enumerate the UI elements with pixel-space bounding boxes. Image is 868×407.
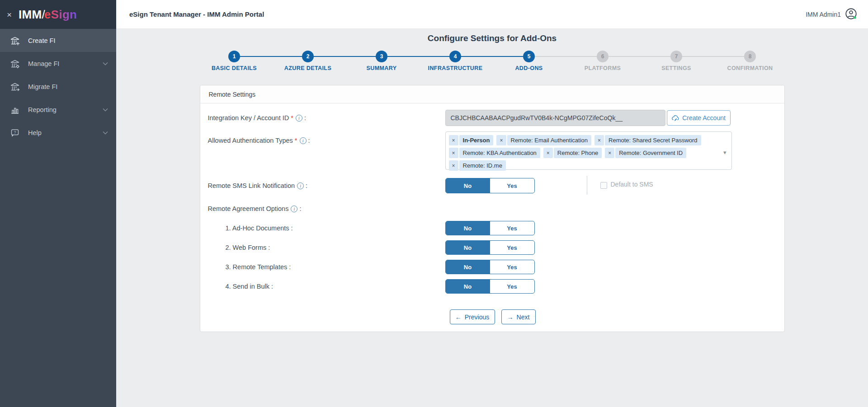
sms-toggle-yes[interactable]: Yes <box>490 178 534 193</box>
remove-tag-icon[interactable]: × <box>594 135 604 145</box>
adhoc-toggle-yes[interactable]: Yes <box>490 221 534 235</box>
panel-body: Integration Key / Account ID * i : Creat… <box>200 103 784 332</box>
step-label: PLATFORMS <box>585 65 621 71</box>
agreement-options-label: Remote Agreement Options i : <box>208 203 302 214</box>
bank-plus-icon <box>9 35 20 46</box>
app-window: × IMM/eSign Create FI Manage FI Migrate … <box>0 0 868 407</box>
option-web-forms-label: 2. Web Forms : <box>226 242 270 253</box>
step-circle: 4 <box>449 51 461 62</box>
info-icon[interactable]: i <box>296 115 302 122</box>
sidebar-item-reporting[interactable]: Reporting <box>0 98 116 121</box>
integration-key-input[interactable] <box>445 110 665 126</box>
step-circle: 7 <box>670 51 682 62</box>
create-account-button[interactable]: Create Account <box>667 110 731 126</box>
remove-tag-icon[interactable]: × <box>449 135 458 145</box>
divider <box>587 176 587 195</box>
web-forms-toggle-yes[interactable]: Yes <box>490 241 534 254</box>
step-add-ons[interactable]: 5 ADD-ONS <box>492 51 566 71</box>
remote-templates-toggle-no[interactable]: No <box>446 260 490 274</box>
imm-esign-logo: IMM/eSign <box>19 8 77 22</box>
wizard-stepper: 1 BASIC DETAILS 2 AZURE DETAILS 3 SUMMAR… <box>116 51 868 71</box>
chevron-down-icon <box>103 131 108 135</box>
svg-text:?: ? <box>14 130 16 135</box>
step-label: INFRASTRUCTURE <box>428 65 483 71</box>
user-menu[interactable]: IMM Admin1 <box>806 8 857 21</box>
sidebar-item-label: Reporting <box>28 106 57 113</box>
step-infrastructure[interactable]: 4 INFRASTRUCTURE <box>419 51 492 71</box>
step-circle: 1 <box>228 51 240 62</box>
required-asterisk: * <box>291 114 293 122</box>
previous-button[interactable]: ← Previous <box>450 309 495 324</box>
step-label: SUMMARY <box>367 65 397 71</box>
step-circle: 3 <box>376 51 387 62</box>
sidebar-logo-bar: × IMM/eSign <box>0 0 116 29</box>
bar-chart-icon <box>9 104 20 115</box>
option-send-in-bulk-label: 4. Send in Bulk : <box>226 281 274 292</box>
adhoc-documents-toggle: No Yes <box>445 221 535 235</box>
sms-toggle-no[interactable]: No <box>446 178 490 193</box>
auth-type-tag: ×Remote: Government ID <box>605 148 686 158</box>
step-settings[interactable]: 7 SETTINGS <box>640 51 713 71</box>
step-circle: 5 <box>523 51 535 62</box>
app-title: eSign Tenant Manager - IMM Admin Portal <box>129 10 264 18</box>
remote-templates-toggle-yes[interactable]: Yes <box>490 260 534 274</box>
step-label: CONFIRMATION <box>727 65 773 71</box>
auth-type-tag: ×Remote: Email Authentication <box>496 135 591 145</box>
sms-notification-label: Remote SMS Link Notification i : <box>208 180 308 191</box>
remove-tag-icon[interactable]: × <box>605 148 614 158</box>
info-icon[interactable]: i <box>297 182 304 189</box>
auth-type-tag: ×Remote: KBA Authentication <box>449 148 540 158</box>
auth-types-multiselect[interactable]: ×In-Person ×Remote: Email Authentication… <box>445 131 732 170</box>
panel-title: Remote Settings <box>200 85 784 103</box>
remote-settings-panel: Remote Settings Integration Key / Accoun… <box>200 85 785 332</box>
auth-type-tag: ×In-Person <box>449 135 494 145</box>
remote-templates-toggle: No Yes <box>445 260 535 274</box>
auth-type-tag: ×Remote: Shared Secret Password <box>594 135 701 145</box>
arrow-left-icon: ← <box>455 313 462 321</box>
step-label: ADD-ONS <box>515 65 542 71</box>
sidebar-item-label: Migrate FI <box>28 83 57 90</box>
sidebar-item-label: Help <box>28 129 42 136</box>
arrow-right-icon: → <box>507 313 514 321</box>
step-circle: 8 <box>744 51 756 62</box>
sidebar-item-label: Create FI <box>28 37 55 44</box>
step-basic-details[interactable]: 1 BASIC DETAILS <box>198 51 271 71</box>
web-forms-toggle-no[interactable]: No <box>446 241 490 254</box>
step-confirmation[interactable]: 8 CONFIRMATION <box>713 51 787 71</box>
remove-tag-icon[interactable]: × <box>449 160 458 171</box>
adhoc-toggle-no[interactable]: No <box>446 221 490 235</box>
sidebar: × IMM/eSign Create FI Manage FI Migrate … <box>0 0 116 407</box>
sidebar-item-create-fi[interactable]: Create FI <box>0 29 116 52</box>
page-title: Configure Settings for Add-Ons <box>116 33 868 45</box>
sidebar-item-help[interactable]: ? Help <box>0 121 116 144</box>
info-icon[interactable]: i <box>291 206 297 212</box>
step-azure-details[interactable]: 2 AZURE DETAILS <box>271 51 345 71</box>
sidebar-item-migrate-fi[interactable]: Migrate FI <box>0 75 116 98</box>
remove-tag-icon[interactable]: × <box>449 148 458 158</box>
main-area: eSign Tenant Manager - IMM Admin Portal … <box>116 0 868 407</box>
option-adhoc-documents-label: 1. Ad-Hoc Documents : <box>226 223 293 234</box>
sidebar-item-label: Manage FI <box>28 60 59 67</box>
dropdown-caret-icon[interactable]: ▾ <box>723 149 726 156</box>
required-asterisk: * <box>295 137 297 144</box>
user-avatar-icon <box>845 8 857 21</box>
remove-tag-icon[interactable]: × <box>496 135 506 145</box>
step-summary[interactable]: 3 SUMMARY <box>345 51 419 71</box>
step-platforms[interactable]: 6 PLATFORMS <box>566 51 640 71</box>
bank-arrow-icon <box>9 81 20 92</box>
sidebar-item-manage-fi[interactable]: Manage FI <box>0 52 116 75</box>
next-button[interactable]: → Next <box>501 309 536 324</box>
integration-key-label: Integration Key / Account ID * i : <box>208 112 306 123</box>
sidebar-collapse-icon[interactable]: × <box>7 10 19 19</box>
remove-tag-icon[interactable]: × <box>543 148 553 158</box>
send-in-bulk-toggle: No Yes <box>445 279 535 294</box>
send-in-bulk-toggle-yes[interactable]: Yes <box>490 280 534 293</box>
option-remote-templates-label: 3. Remote Templates : <box>226 262 291 272</box>
chevron-down-icon <box>103 108 108 112</box>
auth-type-tag: ×Remote: ID.me <box>449 160 506 171</box>
top-header: eSign Tenant Manager - IMM Admin Portal … <box>116 0 868 29</box>
info-icon[interactable]: i <box>300 137 307 144</box>
default-to-sms-checkbox[interactable] <box>600 182 607 189</box>
send-in-bulk-toggle-no[interactable]: No <box>446 280 490 293</box>
auth-types-label: Allowed Authentication Types * i : <box>208 135 310 146</box>
